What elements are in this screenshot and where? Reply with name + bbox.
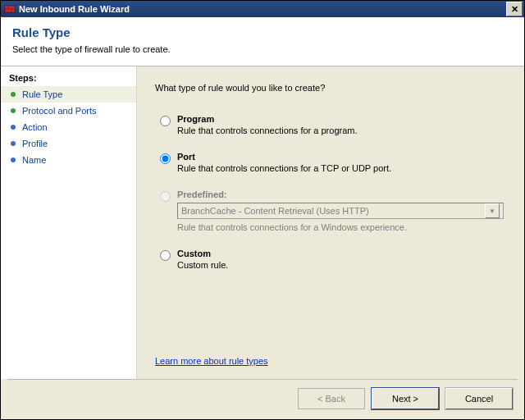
prompt-text: What type of rule would you like to crea… xyxy=(155,83,506,93)
predefined-dropdown: BranchCache - Content Retrieval (Uses HT… xyxy=(177,203,504,219)
option-program-desc: Rule that controls connections for a pro… xyxy=(177,126,506,135)
sidebar-item-profile[interactable]: Profile xyxy=(1,135,136,152)
radio-custom[interactable] xyxy=(160,250,171,261)
option-port-desc: Rule that controls connections for a TCP… xyxy=(177,163,506,173)
step-bullet-icon xyxy=(11,158,16,162)
radio-predefined[interactable] xyxy=(160,191,171,202)
firewall-icon xyxy=(4,3,16,15)
steps-sidebar: Steps: Rule Type Protocol and Ports Acti… xyxy=(1,66,137,379)
rule-type-options: Program Rule that controls connections f… xyxy=(160,114,506,349)
step-bullet-icon xyxy=(11,108,16,113)
step-bullet-icon xyxy=(11,141,16,146)
wizard-window: New Inbound Rule Wizard ✕ Rule Type Sele… xyxy=(0,0,525,420)
window-title: New Inbound Rule Wizard xyxy=(19,4,506,14)
step-label: Action xyxy=(22,122,48,132)
step-label: Rule Type xyxy=(22,89,62,99)
close-button[interactable]: ✕ xyxy=(506,2,523,16)
option-predefined-title: Predefined: xyxy=(177,189,506,199)
option-predefined-desc: Rule that controls connections for a Win… xyxy=(177,222,506,232)
option-port: Port Rule that controls connections for … xyxy=(160,152,506,183)
body-panel: Steps: Rule Type Protocol and Ports Acti… xyxy=(1,66,524,379)
button-row: < Back Next > Cancel xyxy=(1,380,524,419)
step-bullet-icon xyxy=(11,125,16,130)
option-program: Program Rule that controls connections f… xyxy=(160,114,506,145)
cancel-button[interactable]: Cancel xyxy=(445,388,513,409)
chevron-down-icon: ▼ xyxy=(485,203,500,218)
option-program-title: Program xyxy=(177,114,506,124)
option-custom-title: Custom xyxy=(177,249,506,258)
page-subtitle: Select the type of firewall rule to crea… xyxy=(12,44,513,54)
steps-heading: Steps: xyxy=(1,71,136,86)
predefined-selected-value: BranchCache - Content Retrieval (Uses HT… xyxy=(181,206,369,216)
option-port-title: Port xyxy=(177,152,506,162)
option-predefined: Predefined: BranchCache - Content Retrie… xyxy=(160,189,506,242)
sidebar-item-rule-type[interactable]: Rule Type xyxy=(1,86,136,103)
back-button: < Back xyxy=(298,388,365,409)
radio-port[interactable] xyxy=(160,153,171,164)
title-bar: New Inbound Rule Wizard ✕ xyxy=(1,1,524,17)
sidebar-item-name[interactable]: Name xyxy=(1,152,136,168)
next-button[interactable]: Next > xyxy=(372,388,439,409)
step-bullet-icon xyxy=(11,92,16,97)
sidebar-item-action[interactable]: Action xyxy=(1,119,136,135)
option-custom-desc: Custom rule. xyxy=(177,260,506,270)
step-label: Profile xyxy=(22,139,48,148)
learn-more-link[interactable]: Learn more about rule types xyxy=(155,356,506,366)
close-icon: ✕ xyxy=(511,4,518,15)
option-custom: Custom Custom rule. xyxy=(160,249,506,280)
content-panel: What type of rule would you like to crea… xyxy=(137,66,524,379)
sidebar-item-protocol-ports[interactable]: Protocol and Ports xyxy=(1,103,136,119)
step-label: Name xyxy=(22,155,46,165)
page-title: Rule Type xyxy=(12,25,513,39)
step-label: Protocol and Ports xyxy=(22,106,97,116)
radio-program[interactable] xyxy=(160,116,171,126)
header-panel: Rule Type Select the type of firewall ru… xyxy=(1,17,524,66)
